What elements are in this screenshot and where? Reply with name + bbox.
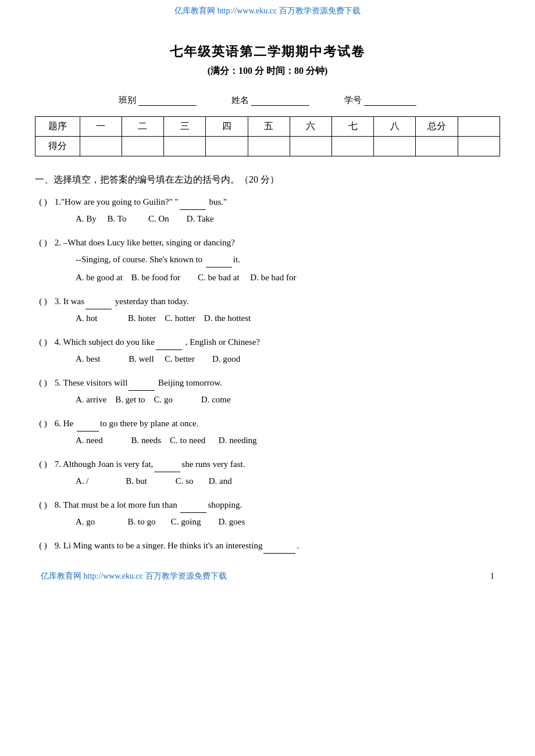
q6-blank xyxy=(77,422,99,432)
q4-paren: ( ) xyxy=(35,334,51,350)
main-title: 七年级英语第二学期期中考试卷 xyxy=(35,43,500,60)
score-value-row: 得分 xyxy=(35,137,500,156)
q7-options: A. / B. but C. so D. and xyxy=(76,473,500,489)
class-field: 班别 xyxy=(119,95,197,106)
score-header-label: 题序 xyxy=(35,117,80,137)
score-val-8 xyxy=(374,137,416,156)
q5-text: 5. These visitors will Beijing tomorrow. xyxy=(52,375,222,391)
question-7-line: ( ) 7. Although Joan is very fat,she run… xyxy=(35,457,500,472)
q6-paren: ( ) xyxy=(35,416,51,432)
question-4: ( ) 4. Which subject do you like , Engli… xyxy=(35,334,500,367)
score-col-4: 四 xyxy=(206,117,248,137)
title-section: 七年级英语第二学期期中考试卷 (满分：100 分 时间：80 分钟) xyxy=(35,43,500,77)
q4-text: 4. Which subject do you like , English o… xyxy=(52,334,260,350)
question-2-line: ( ) 2. –What does Lucy like better, sing… xyxy=(35,235,500,251)
score-col-7: 七 xyxy=(331,117,373,137)
class-underline xyxy=(138,95,197,106)
question-8: ( ) 8. That must be a lot more fun than … xyxy=(35,497,500,530)
q8-paren: ( ) xyxy=(35,497,51,513)
question-8-line: ( ) 8. That must be a lot more fun than … xyxy=(35,497,500,513)
q7-text: 7. Although Joan is very fat,she runs ve… xyxy=(52,457,245,472)
question-7: ( ) 7. Although Joan is very fat,she run… xyxy=(35,457,500,489)
question-2: ( ) 2. –What does Lucy like better, sing… xyxy=(35,235,500,286)
score-col-2: 二 xyxy=(122,117,163,137)
question-3: ( ) 3. It was yesterday than today. A. h… xyxy=(35,294,500,326)
q4-options: A. best B. well C. better D. good xyxy=(76,351,500,367)
question-1: ( ) 1."How are you going to Guilin?" " b… xyxy=(35,194,500,227)
q2-blank xyxy=(206,258,232,268)
question-5-line: ( ) 5. These visitors will Beijing tomor… xyxy=(35,375,500,391)
score-col-total: 总分 xyxy=(416,117,458,137)
question-6: ( ) 6. He to go there by plane at once. … xyxy=(35,416,500,448)
score-col-extra xyxy=(458,117,500,137)
score-val-3 xyxy=(164,137,206,156)
score-value-label: 得分 xyxy=(35,137,80,156)
q7-paren: ( ) xyxy=(35,457,51,472)
q3-text: 3. It was yesterday than today. xyxy=(52,294,189,309)
page-number: 1 xyxy=(490,572,494,581)
q7-blank xyxy=(154,462,180,472)
section1-title: 一、选择填空，把答案的编号填在左边的括号内。（20 分） xyxy=(35,174,500,186)
question-4-line: ( ) 4. Which subject do you like , Engli… xyxy=(35,334,500,350)
score-col-5: 五 xyxy=(248,117,290,137)
q2-text: 2. –What does Lucy like better, singing … xyxy=(52,235,235,251)
score-val-total xyxy=(416,137,458,156)
question-1-line: ( ) 1."How are you going to Guilin?" " b… xyxy=(35,194,500,210)
q8-text: 8. That must be a lot more fun than shop… xyxy=(52,497,242,513)
score-col-8: 八 xyxy=(374,117,416,137)
q3-paren: ( ) xyxy=(35,294,51,309)
q5-paren: ( ) xyxy=(35,375,51,391)
score-table: 题序 一 二 三 四 五 六 七 八 总分 得分 xyxy=(35,116,500,156)
number-field: 学号 xyxy=(344,95,416,106)
question-9: ( ) 9. Li Ming wants to be a singer. He … xyxy=(35,538,500,554)
score-val-6 xyxy=(290,137,331,156)
score-val-1 xyxy=(80,137,122,156)
footer-watermark-text: 亿库教育网 http://www.eku.cc 百万教学资源免费下载 xyxy=(41,571,227,582)
q9-blank xyxy=(263,544,295,554)
question-3-line: ( ) 3. It was yesterday than today. xyxy=(35,294,500,309)
question-6-line: ( ) 6. He to go there by plane at once. xyxy=(35,416,500,432)
q3-options: A. hot B. hoter C. hotter D. the hottest xyxy=(76,311,500,326)
sub-title: (满分：100 分 时间：80 分钟) xyxy=(35,65,500,77)
q9-text: 9. Li Ming wants to be a singer. He thin… xyxy=(52,538,299,554)
question-9-line: ( ) 9. Li Ming wants to be a singer. He … xyxy=(35,538,500,554)
score-header-row: 题序 一 二 三 四 五 六 七 八 总分 xyxy=(35,117,500,137)
name-field: 姓名 xyxy=(231,95,309,106)
score-val-2 xyxy=(122,137,163,156)
q4-blank xyxy=(156,340,182,350)
q6-options: A. need B. needs C. to need D. needing xyxy=(76,433,500,448)
q2-paren: ( ) xyxy=(35,235,51,251)
q8-options: A. go B. to go C. going D. goes xyxy=(76,514,500,530)
header-watermark: 亿库教育网 http://www.eku.cc 百万教学资源免费下载 xyxy=(35,0,500,20)
q9-paren: ( ) xyxy=(35,538,51,554)
footer-section: 亿库教育网 http://www.eku.cc 百万教学资源免费下载 1 xyxy=(35,571,500,582)
q1-options: A. By B. To C. On D. Take xyxy=(76,211,500,227)
score-col-6: 六 xyxy=(290,117,331,137)
number-underline xyxy=(364,95,416,106)
q6-text: 6. He to go there by plane at once. xyxy=(52,416,199,432)
q1-paren: ( ) xyxy=(35,194,51,210)
q2-options: A. be good at B. be food for C. be bad a… xyxy=(76,270,500,286)
score-val-5 xyxy=(248,137,290,156)
score-val-4 xyxy=(206,137,248,156)
score-val-7 xyxy=(331,137,373,156)
q2-subtext: --Singing, of course. She's known to it. xyxy=(76,252,500,268)
q1-blank xyxy=(180,200,206,210)
info-row: 班别 姓名 学号 xyxy=(35,95,500,106)
q1-text: 1."How are you going to Guilin?" " bus." xyxy=(52,194,227,210)
score-col-1: 一 xyxy=(80,117,122,137)
question-5: ( ) 5. These visitors will Beijing tomor… xyxy=(35,375,500,408)
score-col-3: 三 xyxy=(164,117,206,137)
name-underline xyxy=(251,95,309,106)
q8-blank xyxy=(180,503,206,513)
q5-blank xyxy=(129,381,155,391)
q3-blank xyxy=(85,299,112,309)
q5-options: A. arrive B. get to C. go D. come xyxy=(76,392,500,408)
score-val-extra xyxy=(458,137,500,156)
